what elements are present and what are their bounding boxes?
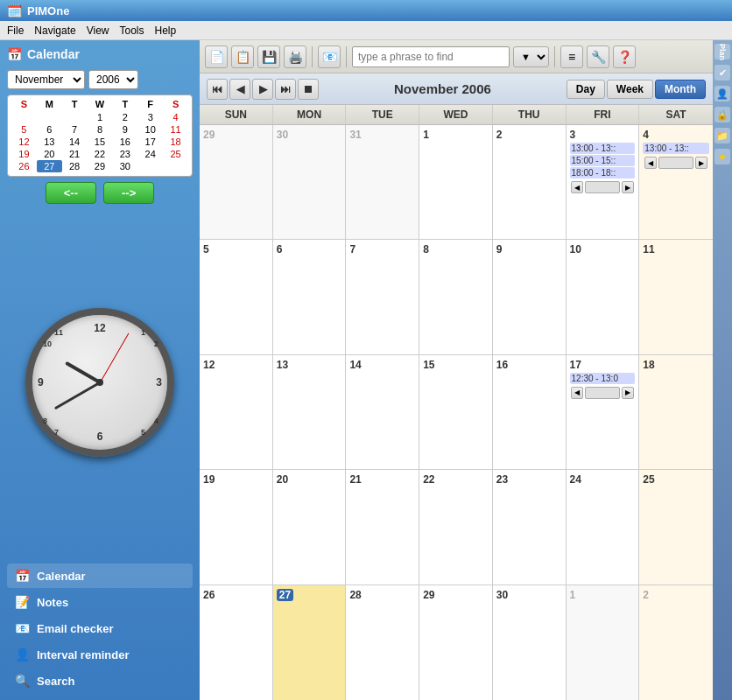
mini-cal-day[interactable]: 9: [112, 123, 137, 136]
menu-help[interactable]: Help: [155, 24, 177, 37]
cal-cell[interactable]: 17 12:30 - 13:0 ◀ ▶: [567, 355, 640, 469]
sidebar-item-reminder[interactable]: 👤 Interval reminder: [7, 642, 193, 667]
open-button[interactable]: 📋: [231, 46, 254, 68]
cal-event[interactable]: 12:30 - 13:0: [570, 373, 636, 384]
mini-cal-day[interactable]: 22: [88, 148, 113, 160]
search-input[interactable]: [352, 46, 510, 67]
sidebar-item-email[interactable]: 📧 Email checker: [7, 616, 193, 640]
cal-cell[interactable]: 26: [200, 585, 273, 700]
cal-cell[interactable]: 1: [567, 585, 640, 700]
mini-cal-day[interactable]: 11: [163, 123, 188, 136]
mini-cal-day[interactable]: [37, 111, 62, 123]
cal-cell[interactable]: 30: [273, 125, 347, 239]
mini-cal-day[interactable]: [11, 111, 37, 123]
cal-cell[interactable]: 2: [493, 125, 567, 239]
menu-tools[interactable]: Tools: [120, 24, 144, 37]
side-check-icon[interactable]: ✔: [714, 65, 730, 80]
mini-cal-day[interactable]: [137, 160, 163, 172]
cal-cell[interactable]: 28: [346, 585, 419, 700]
side-star-icon[interactable]: ★: [714, 149, 730, 164]
mini-cal-day[interactable]: 17: [137, 136, 163, 148]
mini-cal-day[interactable]: 5: [11, 123, 37, 136]
cal-cell[interactable]: 5: [200, 240, 273, 354]
cal-cell[interactable]: 3 13:00 - 13:: 15:00 - 15:: 18:00 - 18::…: [567, 125, 640, 239]
scroll-right[interactable]: ▶: [695, 157, 707, 169]
mini-cal-day[interactable]: [163, 160, 188, 172]
save-button[interactable]: 💾: [257, 46, 280, 68]
cal-cell[interactable]: 16: [493, 355, 567, 469]
mini-cal-day[interactable]: 15: [88, 136, 113, 148]
cal-prev-button[interactable]: ◀: [229, 79, 250, 100]
email-button[interactable]: 📧: [318, 46, 341, 68]
mini-cal-day[interactable]: 10: [137, 123, 163, 136]
mini-cal-day[interactable]: 4: [163, 111, 188, 123]
year-select[interactable]: 200620042005 20072008: [88, 70, 138, 89]
cal-cell[interactable]: 21: [346, 470, 419, 584]
cal-cell[interactable]: 7: [346, 240, 419, 354]
cal-cell[interactable]: 12: [200, 355, 273, 469]
cal-cell[interactable]: 22: [419, 470, 493, 584]
mini-cal-day[interactable]: 2: [112, 111, 137, 123]
cal-cell[interactable]: 23: [493, 470, 567, 584]
cal-cell[interactable]: 2: [639, 585, 713, 700]
cal-cell[interactable]: 20: [273, 470, 347, 584]
cal-cell[interactable]: 10: [567, 240, 640, 354]
prev-month-button[interactable]: <--: [46, 182, 96, 204]
scroll-track[interactable]: [585, 387, 620, 399]
scroll-left[interactable]: ◀: [571, 181, 583, 193]
cal-event[interactable]: 15:00 - 15::: [570, 155, 636, 166]
mini-cal-day[interactable]: 1: [88, 111, 113, 123]
new-button[interactable]: 📄: [205, 46, 228, 68]
mini-cal-day[interactable]: [62, 111, 88, 123]
month-view-button[interactable]: Month: [655, 80, 706, 99]
mini-cal-day[interactable]: 7: [62, 123, 88, 136]
mini-cal-day[interactable]: 24: [137, 148, 163, 160]
cal-cell[interactable]: 24: [567, 470, 640, 584]
cal-cell[interactable]: 15: [419, 355, 493, 469]
cal-cell[interactable]: 6: [273, 240, 347, 354]
toolbar-menu-button[interactable]: ≡: [560, 46, 583, 68]
scroll-right[interactable]: ▶: [622, 181, 634, 193]
next-month-button[interactable]: -->: [103, 182, 154, 204]
cal-cell[interactable]: 31: [346, 125, 419, 239]
mini-cal-day[interactable]: 19: [11, 148, 37, 160]
cal-event[interactable]: 13:00 - 13::: [643, 143, 709, 154]
side-person-icon[interactable]: 👤: [714, 86, 730, 102]
cal-cell[interactable]: 25: [639, 470, 713, 584]
scroll-left[interactable]: ◀: [571, 387, 583, 399]
cal-event[interactable]: 13:00 - 13::: [570, 143, 636, 154]
cal-cell-today[interactable]: 27: [273, 585, 347, 700]
mini-cal-day[interactable]: 14: [62, 136, 88, 148]
mini-cal-day[interactable]: 13: [37, 136, 62, 148]
cal-first-button[interactable]: ⏮: [207, 79, 228, 100]
cal-cell[interactable]: 30: [493, 585, 567, 700]
sidebar-item-notes[interactable]: 📝 Notes: [7, 590, 193, 614]
mini-cal-day[interactable]: 16: [112, 136, 137, 148]
cal-cell[interactable]: 8: [419, 240, 493, 354]
scroll-left[interactable]: ◀: [644, 157, 657, 169]
mini-cal-day[interactable]: 29: [88, 160, 113, 172]
mini-cal-day[interactable]: 3: [137, 111, 163, 123]
scroll-track[interactable]: [658, 157, 693, 169]
toolbar-icon-button[interactable]: 🔧: [587, 46, 609, 68]
scroll-track[interactable]: [585, 181, 620, 193]
sidebar-item-search[interactable]: 🔍 Search: [7, 668, 193, 693]
side-folder-icon[interactable]: 📁: [714, 128, 730, 144]
search-dropdown[interactable]: ▼: [513, 46, 549, 67]
cal-cell[interactable]: 29: [419, 585, 493, 700]
mini-cal-today[interactable]: 27: [37, 160, 62, 172]
cal-cell[interactable]: 19: [200, 470, 273, 584]
cal-today-button[interactable]: ⏹: [298, 79, 319, 100]
cal-cell[interactable]: 11: [639, 240, 713, 354]
menu-view[interactable]: View: [87, 24, 109, 37]
cal-cell[interactable]: 9: [493, 240, 567, 354]
cal-cell[interactable]: 29: [200, 125, 273, 239]
cal-cell[interactable]: 4 13:00 - 13:: ◀ ▶: [639, 125, 713, 239]
mini-cal-day[interactable]: 6: [37, 123, 62, 136]
day-view-button[interactable]: Day: [567, 80, 605, 99]
mini-cal-day[interactable]: 30: [112, 160, 137, 172]
mini-cal-day[interactable]: 8: [88, 123, 113, 136]
help-button[interactable]: ❓: [613, 46, 636, 68]
month-select[interactable]: November JanuaryFebruaryMarch AprilMayJu…: [7, 70, 85, 89]
mini-cal-day[interactable]: 26: [11, 160, 37, 172]
